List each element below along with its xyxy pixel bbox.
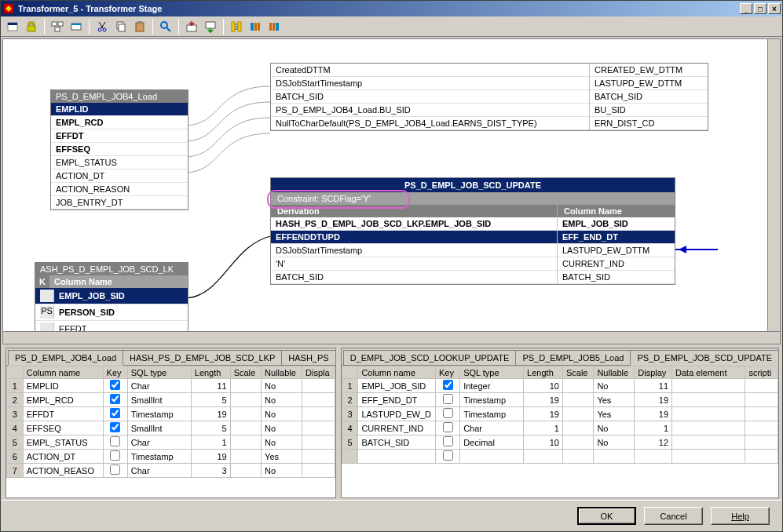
table-row[interactable]: 6ACTION_DTTimestamp19Yes — [7, 450, 335, 464]
table-row[interactable]: 3LASTUPD_EW_DTimestamp19Yes19 — [342, 407, 778, 421]
table-row[interactable]: 1EMPL_JOB_SIDInteger10No11 — [342, 379, 778, 393]
output-mapping-row[interactable]: 'N'CURRENT_IND — [271, 257, 675, 271]
output-column-cell[interactable]: BU_SID — [590, 104, 708, 117]
constraint-row[interactable]: Constraint: SCDFlag='Y' — [271, 192, 675, 205]
output-mapping-row[interactable]: HASH_PS_D_EMPL_JOB_SCD_LKP.EMPL_JOB_SIDE… — [271, 217, 675, 231]
scd-update-box[interactable]: PS_D_EMPL_JOB_SCD_UPDATE Constraint: SCD… — [270, 177, 675, 285]
derivation-cell[interactable]: DSJobStartTimestamp — [271, 77, 589, 90]
key-checkbox[interactable] — [443, 450, 453, 461]
key-checkbox[interactable] — [110, 465, 120, 475]
maximize-button[interactable]: □ — [754, 3, 767, 14]
key-checkbox[interactable] — [443, 408, 453, 418]
lookup-column[interactable]: PSPERSON_SID — [35, 304, 188, 321]
key-checkbox[interactable] — [110, 380, 120, 390]
grid-header[interactable]: Scale — [230, 366, 261, 379]
grid-header[interactable]: Key — [436, 366, 460, 379]
minimize-button[interactable]: _ — [740, 3, 752, 14]
key-checkbox[interactable] — [443, 422, 453, 432]
tab[interactable]: HASH_PS_D_EMPL_JOB_SCD_LKP — [123, 350, 282, 365]
grid-header[interactable]: Displa — [302, 366, 335, 379]
paste-icon[interactable] — [131, 18, 148, 35]
key-checkbox[interactable] — [443, 436, 453, 446]
output-column-cell[interactable]: BATCH_SID — [590, 90, 708, 104]
grid-header[interactable]: Scale — [562, 366, 593, 379]
derivation-cell[interactable]: BATCH_SID — [271, 90, 589, 104]
input-link-icon[interactable] — [247, 18, 264, 35]
table-row[interactable]: 2EFF_END_DTTimestamp19Yes19 — [342, 393, 778, 407]
close-button[interactable]: × — [768, 3, 781, 14]
derivation-cell[interactable]: PS_D_EMPL_JOB4_Load.BU_SID — [271, 104, 589, 117]
table-row[interactable]: 5EMPL_STATUSChar1No — [7, 435, 335, 450]
input-column[interactable]: EMPLID — [51, 103, 188, 116]
canvas-scrollbar-v[interactable] — [767, 39, 780, 344]
derivation-cell[interactable]: NullToCharDefault(PS_D_EMPL_JOB4_Load.EA… — [271, 117, 589, 130]
constraints-icon[interactable] — [23, 18, 40, 35]
grid-header[interactable]: Column name — [358, 366, 436, 379]
help-button[interactable]: Help — [711, 507, 770, 525]
output-column-cell[interactable]: LASTUPD_EW_DTTM — [590, 77, 708, 90]
output-link-icon[interactable] — [265, 18, 283, 35]
scd-update-title[interactable]: PS_D_EMPL_JOB_SCD_UPDATE — [271, 178, 675, 192]
right-grid[interactable]: Column nameKeySQL typeLengthScaleNullabl… — [342, 366, 778, 497]
tab[interactable]: PS_D_EMPL_JOB5_Load — [515, 350, 631, 365]
grid-header[interactable]: SQL type — [127, 366, 191, 379]
table-row[interactable]: 5BATCH_SIDDecimal10No12 — [342, 435, 778, 450]
canvas[interactable]: PS_D_EMPL_JOB4_Load EMPLIDEMPL_RCDEFFDTE… — [2, 38, 781, 344]
tab[interactable]: PS_D_EMPL_JOB_SCD_UPDATE — [630, 350, 779, 366]
input-column[interactable]: EFFDT — [51, 129, 188, 143]
show-selected-icon[interactable] — [68, 18, 85, 35]
canvas-scrollbar-h[interactable] — [3, 331, 780, 344]
input-column[interactable]: JOB_ENTRY_DT — [51, 196, 188, 210]
key-checkbox[interactable] — [443, 380, 453, 390]
key-checkbox[interactable] — [110, 408, 120, 418]
table-row[interactable]: 7ACTION_REASOChar3No — [7, 464, 335, 478]
top-output-box[interactable]: CreatedDTTMDSJobStartTimestampBATCH_SIDP… — [270, 63, 708, 131]
ok-button[interactable]: OK — [577, 507, 636, 525]
show-all-icon[interactable] — [49, 18, 66, 35]
output-mapping-row[interactable]: DSJobStartTimestampLASTUPD_EW_DTTM — [271, 244, 675, 257]
input-link-box[interactable]: PS_D_EMPL_JOB4_Load EMPLIDEMPL_RCDEFFDTE… — [50, 89, 188, 210]
key-checkbox[interactable] — [443, 394, 453, 404]
output-mapping-row[interactable]: EFFENDDTUPDEFF_END_DT — [271, 231, 675, 244]
grid-header[interactable]: SQL type — [460, 366, 524, 379]
save-column-icon[interactable] — [202, 18, 219, 35]
column-auto-match-icon[interactable] — [228, 18, 245, 35]
grid-header[interactable]: Nullable — [262, 366, 302, 379]
output-column-cell[interactable]: CREATED_EW_DTTM — [590, 64, 708, 77]
input-column[interactable]: EMPL_RCD — [51, 116, 188, 129]
hash-lookup-header[interactable]: ASH_PS_D_EMPL_JOB_SCD_LK — [35, 263, 188, 275]
output-column-cell[interactable]: ERN_DIST_CD — [590, 117, 708, 130]
table-row[interactable]: 4CURRENT_INDChar1No1 — [342, 421, 778, 435]
copy-icon[interactable] — [112, 18, 130, 35]
find-icon[interactable] — [157, 18, 174, 35]
link-header[interactable]: PS_D_EMPL_JOB4_Load — [51, 90, 188, 103]
cancel-button[interactable]: Cancel — [644, 507, 703, 525]
table-row[interactable]: 4EFFSEQSmallInt5No — [7, 421, 335, 435]
grid-header[interactable]: Display — [635, 366, 672, 379]
grid-header[interactable]: Length — [191, 366, 230, 379]
properties-icon[interactable] — [4, 18, 21, 35]
input-column[interactable]: EMPL_STATUS — [51, 156, 188, 169]
table-row[interactable]: 3EFFDTTimestamp19No — [7, 407, 335, 421]
grid-header[interactable]: Key — [103, 366, 127, 379]
cut-icon[interactable] — [93, 18, 111, 35]
input-column[interactable]: ACTION_DT — [51, 169, 188, 183]
load-column-icon[interactable] — [183, 18, 200, 35]
tab[interactable]: PS_D_EMPL_JOB4_Load — [8, 350, 123, 366]
tab[interactable]: D_EMPL_JOB_SCD_LOOKUP_UPDATE — [343, 350, 517, 365]
tab[interactable]: HASH_PS — [281, 350, 335, 365]
key-checkbox[interactable] — [110, 450, 120, 461]
input-column[interactable]: ACTION_REASON — [51, 183, 188, 196]
derivation-cell[interactable]: CreatedDTTM — [271, 64, 589, 77]
lookup-column[interactable]: EMPL_JOB_SID — [35, 288, 188, 304]
grid-header[interactable]: Nullable — [594, 366, 635, 379]
grid-header[interactable]: Length — [524, 366, 563, 379]
left-grid[interactable]: Column nameKeySQL typeLengthScaleNullabl… — [6, 366, 335, 497]
table-row[interactable] — [342, 450, 778, 464]
grid-header[interactable]: scripti — [745, 366, 778, 379]
key-checkbox[interactable] — [110, 422, 120, 432]
titlebar[interactable]: Transformer_5 - Transformer Stage _ □ × — [1, 1, 782, 16]
table-row[interactable]: 1EMPLIDChar11No — [7, 379, 335, 393]
input-column[interactable]: EFFSEQ — [51, 143, 188, 156]
key-checkbox[interactable] — [110, 436, 120, 446]
